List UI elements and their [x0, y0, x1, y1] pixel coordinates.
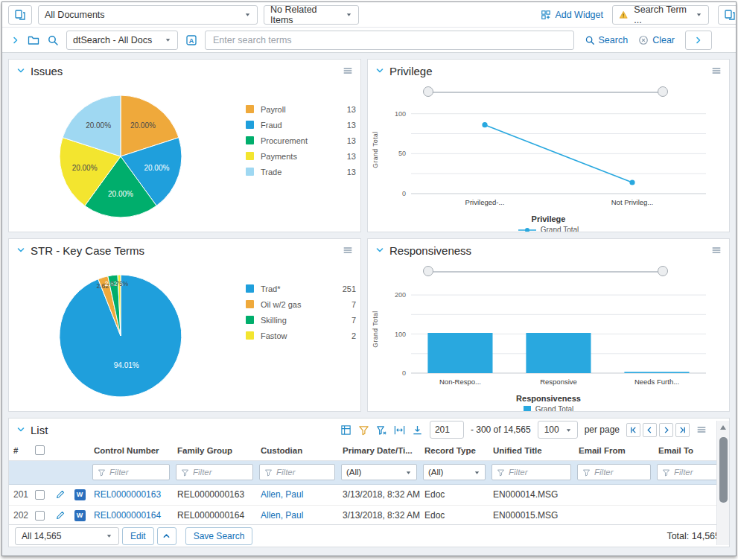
- filter-input[interactable]: Filter: [577, 464, 651, 480]
- clear-button[interactable]: Clear: [638, 35, 675, 45]
- chevron-down-icon[interactable]: [375, 246, 384, 255]
- col-header-family-group[interactable]: Family Group: [173, 441, 256, 460]
- edit-pencil-icon[interactable]: [55, 489, 66, 500]
- widget-menu-icon[interactable]: [711, 245, 722, 255]
- mass-scope-dropdown[interactable]: All 14,565: [15, 527, 119, 545]
- legend-item-fastow[interactable]: Fastow2: [246, 328, 356, 343]
- chevron-down-icon: [696, 11, 702, 18]
- bar-needs-furth[interactable]: [624, 372, 689, 373]
- export-icon[interactable]: [412, 424, 423, 436]
- next-page-button[interactable]: [659, 423, 673, 437]
- filter-select[interactable]: (All): [423, 464, 486, 480]
- word-file-icon[interactable]: W: [74, 489, 86, 500]
- search-engine-dropdown[interactable]: dtSearch - All Docs: [66, 31, 178, 50]
- chart-plot[interactable]: 050100Grand TotalPrivileged-...Not Privi…: [368, 100, 729, 214]
- save-search-button[interactable]: Save Search: [185, 527, 253, 545]
- pie-chart[interactable]: 20.00%20.00%20.00%20.00%20.00%: [9, 82, 238, 232]
- list-menu-icon[interactable]: [696, 424, 707, 435]
- browse-panel-button[interactable]: [8, 5, 32, 25]
- control-number-link[interactable]: REL0000000164: [94, 510, 161, 521]
- legend-item-payments[interactable]: Payments13: [246, 148, 356, 164]
- chevron-down-icon[interactable]: [16, 246, 25, 255]
- col-header-email-from[interactable]: Email From: [574, 441, 654, 460]
- vertical-scrollbar[interactable]: [716, 421, 729, 545]
- col-header-custodian[interactable]: Custodian: [256, 441, 338, 460]
- expand-panel-button[interactable]: [685, 31, 712, 50]
- related-items-dropdown[interactable]: No Related Items: [264, 5, 359, 25]
- search-icon[interactable]: [47, 34, 59, 46]
- pivot-icon[interactable]: [340, 424, 351, 436]
- pie-label: 0.75%: [110, 280, 129, 287]
- edit-button[interactable]: Edit: [122, 527, 154, 545]
- filter-input[interactable]: Filter: [176, 464, 253, 480]
- custodian-link[interactable]: Allen, Paul: [261, 489, 303, 500]
- documents-dropdown[interactable]: All Documents: [38, 5, 258, 25]
- chevron-down-icon[interactable]: [16, 425, 25, 434]
- collapse-button[interactable]: [157, 527, 176, 545]
- chevron-down-icon[interactable]: [375, 66, 384, 75]
- pie-chart[interactable]: 94.01%2.62%2.62%0.75%: [9, 261, 238, 412]
- chevron-right-icon[interactable]: [11, 36, 20, 45]
- select-all-checkbox[interactable]: [35, 445, 45, 455]
- point-privileged[interactable]: [482, 122, 487, 127]
- slider-handle-right[interactable]: [658, 86, 668, 97]
- clear-filters-icon[interactable]: [376, 424, 387, 436]
- prev-page-button[interactable]: [643, 423, 657, 437]
- widget-menu-icon[interactable]: [343, 245, 353, 255]
- search-input[interactable]: [205, 31, 574, 50]
- col-header-control-number[interactable]: Control Number: [89, 441, 173, 460]
- search-button[interactable]: Search: [585, 35, 629, 45]
- widget-menu-icon[interactable]: [711, 66, 722, 76]
- legend-item-procurement[interactable]: Procurement13: [246, 133, 356, 148]
- word-file-icon[interactable]: W: [74, 510, 86, 521]
- filter-select[interactable]: (All): [341, 464, 417, 480]
- scrollbar-thumb[interactable]: [719, 437, 728, 503]
- col-header-unified-title[interactable]: Unified Title: [489, 441, 574, 460]
- table-wrap: #Control NumberFamily GroupCustodianPrim…: [9, 441, 729, 526]
- legend-item-oil-w-2-gas[interactable]: Oil w/2 gas7: [246, 296, 356, 312]
- slider-handle-right[interactable]: [658, 266, 668, 276]
- column-width-icon[interactable]: [394, 424, 405, 436]
- col-header-primary-date-ti[interactable]: Primary Date/Ti...: [338, 441, 420, 460]
- custodian-link[interactable]: Allen, Paul: [261, 510, 303, 521]
- legend-item-payroll[interactable]: Payroll13: [246, 101, 356, 117]
- per-page-dropdown[interactable]: 100: [538, 421, 578, 439]
- add-widget-button[interactable]: Add Widget: [541, 10, 603, 20]
- control-number-link[interactable]: REL0000000163: [94, 489, 161, 500]
- slider-handle-left[interactable]: [423, 266, 433, 276]
- filter-toggle-icon[interactable]: [358, 424, 369, 436]
- first-page-button[interactable]: [626, 423, 640, 437]
- page-start-input[interactable]: [430, 421, 464, 439]
- filter-input[interactable]: Filter: [492, 464, 571, 480]
- slider-handle-left[interactable]: [423, 86, 433, 97]
- filter-input[interactable]: Filter: [92, 464, 170, 480]
- point-not-privileg[interactable]: [629, 179, 634, 185]
- svg-text:0: 0: [402, 369, 406, 377]
- bar-non-respo[interactable]: [427, 333, 492, 373]
- filter-placeholder: Filter: [509, 468, 528, 477]
- last-page-button[interactable]: [675, 423, 690, 437]
- chevron-down-icon[interactable]: [16, 66, 25, 75]
- search-term-dropdown[interactable]: Search Term ...: [612, 5, 709, 25]
- cell-filetype: W: [70, 484, 89, 505]
- row-checkbox[interactable]: [35, 490, 45, 500]
- filter-placeholder: Filter: [674, 468, 693, 477]
- chart-plot[interactable]: 0100200Grand TotalNon-Respo...Responsive…: [368, 279, 729, 394]
- widget-menu-icon[interactable]: [343, 66, 353, 76]
- legend-item-skilling[interactable]: Skilling7: [246, 312, 356, 328]
- chevron-down-icon: [405, 469, 412, 476]
- filter-input[interactable]: Filter: [259, 464, 335, 480]
- dictionary-icon[interactable]: [185, 34, 197, 46]
- row-checkbox[interactable]: [35, 511, 45, 521]
- chart-legend: Payroll13Fraud13Procurement13Payments13T…: [246, 101, 356, 232]
- col-header-record-type[interactable]: Record Type: [420, 441, 489, 460]
- bar-responsive[interactable]: [526, 333, 591, 373]
- col-header-[interactable]: #: [9, 441, 28, 460]
- folder-icon[interactable]: [28, 34, 39, 46]
- partial-button[interactable]: [718, 5, 737, 25]
- legend-item-trade[interactable]: Trade13: [246, 164, 356, 179]
- legend-item-trad[interactable]: Trad*251: [246, 281, 356, 296]
- scroll-up-arrow[interactable]: [720, 425, 726, 430]
- edit-pencil-icon[interactable]: [55, 510, 66, 521]
- legend-item-fraud[interactable]: Fraud13: [246, 117, 356, 133]
